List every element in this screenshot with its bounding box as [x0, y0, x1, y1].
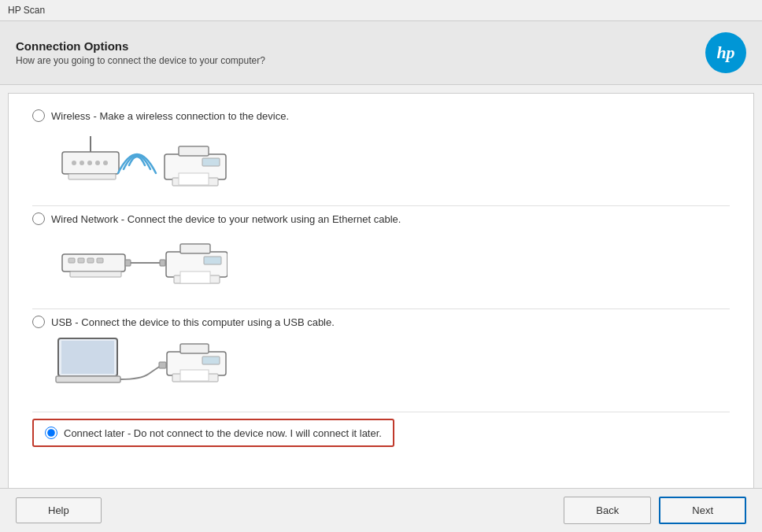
wireless-option: Wireless - Make a wireless connection to… [32, 109, 730, 191]
page-subtitle: How are you going to connect the device … [16, 55, 265, 66]
svg-rect-11 [202, 158, 220, 166]
svg-rect-2 [68, 174, 116, 179]
page-title: Connection Options [16, 39, 265, 53]
next-button[interactable]: Next [659, 497, 746, 524]
svg-rect-32 [180, 344, 209, 353]
connect-later-box: Connect later - Do not connect to the de… [32, 419, 394, 447]
connect-later-option: Connect later - Do not connect to the de… [32, 419, 730, 447]
svg-rect-28 [61, 341, 114, 374]
usb-option: USB - Connect the device to this compute… [32, 316, 730, 397]
svg-point-3 [72, 161, 76, 165]
wired-option: Wired Network - Connect the device to yo… [32, 212, 730, 294]
wireless-image [54, 128, 730, 191]
app-title: HP Scan [8, 5, 45, 16]
svg-rect-16 [78, 258, 84, 263]
wired-radio[interactable] [32, 212, 45, 225]
wired-illustration [54, 235, 227, 291]
help-button[interactable]: Help [16, 497, 102, 523]
svg-rect-20 [125, 260, 131, 266]
svg-rect-9 [179, 146, 209, 156]
wired-label[interactable]: Wired Network - Connect the device to yo… [32, 212, 730, 225]
wireless-illustration [54, 132, 227, 187]
svg-rect-17 [87, 258, 94, 263]
svg-rect-18 [97, 258, 103, 263]
svg-rect-29 [56, 376, 120, 382]
usb-illustration [54, 334, 227, 397]
hp-logo: hp [705, 32, 746, 73]
connect-later-label[interactable]: Connect later - Do not connect to the de… [45, 427, 382, 439]
usb-radio[interactable] [32, 316, 45, 328]
back-button[interactable]: Back [564, 497, 651, 524]
usb-image [54, 334, 730, 397]
svg-point-7 [103, 161, 108, 165]
footer: Help Back Next [0, 488, 762, 532]
svg-rect-26 [180, 272, 210, 283]
wired-image [54, 231, 730, 294]
svg-point-5 [87, 161, 92, 165]
connect-later-radio[interactable] [45, 427, 57, 439]
header-text: Connection Options How are you going to … [16, 39, 265, 66]
wireless-radio[interactable] [32, 109, 45, 122]
svg-rect-12 [179, 173, 209, 185]
svg-point-4 [80, 161, 84, 165]
svg-rect-23 [180, 244, 210, 253]
header: Connection Options How are you going to … [0, 21, 762, 85]
content-area: Wireless - Make a wireless connection to… [8, 93, 754, 502]
svg-rect-25 [204, 257, 221, 264]
svg-rect-21 [160, 260, 165, 266]
svg-rect-14 [70, 272, 121, 277]
svg-rect-34 [202, 357, 220, 364]
usb-label[interactable]: USB - Connect the device to this compute… [32, 316, 730, 328]
titlebar: HP Scan [0, 0, 762, 21]
divider-3 [32, 412, 730, 412]
svg-rect-15 [68, 258, 75, 263]
divider-2 [32, 308, 730, 309]
svg-rect-30 [159, 362, 166, 368]
svg-rect-35 [180, 370, 209, 381]
nav-buttons: Back Next [564, 497, 746, 524]
divider-1 [32, 205, 730, 206]
wireless-label[interactable]: Wireless - Make a wireless connection to… [32, 109, 730, 122]
svg-point-6 [95, 161, 100, 165]
